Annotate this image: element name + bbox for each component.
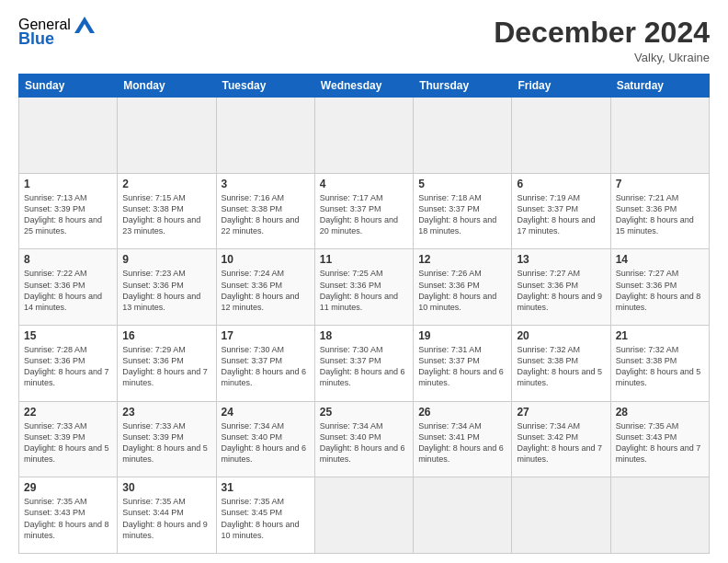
weekday-header-row: SundayMondayTuesdayWednesdayThursdayFrid…	[19, 75, 710, 98]
calendar-week-row	[19, 98, 710, 174]
calendar-cell: 7Sunrise: 7:21 AMSunset: 3:36 PMDaylight…	[610, 173, 709, 249]
calendar-week-row: 15Sunrise: 7:28 AMSunset: 3:36 PMDayligh…	[19, 326, 710, 402]
day-number: 9	[122, 253, 210, 266]
day-number: 2	[122, 178, 210, 190]
calendar-cell	[314, 477, 413, 554]
day-info: Sunrise: 7:32 AMSunset: 3:38 PMDaylight:…	[517, 344, 605, 389]
calendar-cell: 18Sunrise: 7:30 AMSunset: 3:37 PMDayligh…	[314, 326, 413, 402]
day-number: 8	[24, 253, 112, 266]
calendar-week-row: 1Sunrise: 7:13 AMSunset: 3:39 PMDaylight…	[19, 173, 710, 249]
day-number: 27	[517, 406, 605, 419]
calendar: SundayMondayTuesdayWednesdayThursdayFrid…	[18, 74, 710, 554]
day-number: 24	[222, 406, 310, 419]
day-info: Sunrise: 7:34 AMSunset: 3:41 PMDaylight:…	[418, 420, 506, 465]
day-number: 17	[222, 329, 310, 342]
day-number: 30	[122, 481, 210, 494]
day-number: 26	[418, 406, 506, 419]
calendar-cell: 12Sunrise: 7:26 AMSunset: 3:36 PMDayligh…	[414, 249, 512, 326]
calendar-week-row: 29Sunrise: 7:35 AMSunset: 3:43 PMDayligh…	[19, 477, 710, 554]
calendar-cell: 14Sunrise: 7:27 AMSunset: 3:36 PMDayligh…	[610, 249, 709, 326]
day-info: Sunrise: 7:25 AMSunset: 3:36 PMDaylight:…	[320, 268, 408, 313]
calendar-cell: 17Sunrise: 7:30 AMSunset: 3:37 PMDayligh…	[216, 326, 314, 402]
calendar-cell: 29Sunrise: 7:35 AMSunset: 3:43 PMDayligh…	[19, 477, 118, 554]
calendar-cell: 27Sunrise: 7:34 AMSunset: 3:42 PMDayligh…	[512, 401, 610, 477]
day-number: 13	[517, 253, 605, 266]
calendar-cell: 23Sunrise: 7:33 AMSunset: 3:39 PMDayligh…	[118, 401, 216, 477]
calendar-cell	[216, 98, 314, 174]
calendar-cell	[414, 477, 512, 554]
calendar-cell	[610, 98, 709, 174]
calendar-cell: 3Sunrise: 7:16 AMSunset: 3:38 PMDaylight…	[216, 173, 314, 249]
day-number: 31	[222, 481, 310, 494]
calendar-cell: 6Sunrise: 7:19 AMSunset: 3:37 PMDaylight…	[512, 173, 610, 249]
day-info: Sunrise: 7:15 AMSunset: 3:38 PMDaylight:…	[122, 192, 210, 237]
calendar-cell: 13Sunrise: 7:27 AMSunset: 3:36 PMDayligh…	[512, 249, 610, 326]
day-info: Sunrise: 7:26 AMSunset: 3:36 PMDaylight:…	[418, 268, 506, 313]
page: General Blue December 2024 Valky, Ukrain…	[0, 0, 728, 563]
calendar-cell: 2Sunrise: 7:15 AMSunset: 3:38 PMDaylight…	[118, 173, 216, 249]
calendar-cell: 30Sunrise: 7:35 AMSunset: 3:44 PMDayligh…	[118, 477, 216, 554]
day-info: Sunrise: 7:34 AMSunset: 3:42 PMDaylight:…	[517, 420, 605, 465]
calendar-cell: 24Sunrise: 7:34 AMSunset: 3:40 PMDayligh…	[216, 401, 314, 477]
day-info: Sunrise: 7:28 AMSunset: 3:36 PMDaylight:…	[24, 344, 112, 389]
calendar-cell: 4Sunrise: 7:17 AMSunset: 3:37 PMDaylight…	[314, 173, 413, 249]
weekday-header-friday: Friday	[512, 75, 610, 98]
day-info: Sunrise: 7:19 AMSunset: 3:37 PMDaylight:…	[517, 192, 605, 237]
calendar-cell	[512, 98, 610, 174]
day-number: 21	[616, 329, 704, 342]
calendar-cell: 20Sunrise: 7:32 AMSunset: 3:38 PMDayligh…	[512, 326, 610, 402]
day-info: Sunrise: 7:30 AMSunset: 3:37 PMDaylight:…	[222, 344, 310, 389]
day-info: Sunrise: 7:27 AMSunset: 3:36 PMDaylight:…	[616, 268, 704, 313]
calendar-table: SundayMondayTuesdayWednesdayThursdayFrid…	[18, 74, 710, 554]
day-number: 10	[222, 253, 310, 266]
day-number: 4	[320, 178, 408, 190]
month-title: December 2024	[494, 17, 710, 49]
day-number: 14	[616, 253, 704, 266]
weekday-header-wednesday: Wednesday	[314, 75, 413, 98]
calendar-cell: 10Sunrise: 7:24 AMSunset: 3:36 PMDayligh…	[216, 249, 314, 326]
calendar-cell	[512, 477, 610, 554]
calendar-cell: 16Sunrise: 7:29 AMSunset: 3:36 PMDayligh…	[118, 326, 216, 402]
calendar-cell	[414, 98, 512, 174]
day-info: Sunrise: 7:29 AMSunset: 3:36 PMDaylight:…	[122, 344, 210, 389]
weekday-header-monday: Monday	[118, 75, 216, 98]
day-number: 15	[24, 329, 112, 342]
day-info: Sunrise: 7:18 AMSunset: 3:37 PMDaylight:…	[418, 192, 506, 237]
day-info: Sunrise: 7:24 AMSunset: 3:36 PMDaylight:…	[222, 268, 310, 313]
day-info: Sunrise: 7:30 AMSunset: 3:37 PMDaylight:…	[320, 344, 408, 389]
day-number: 19	[418, 329, 506, 342]
calendar-cell: 11Sunrise: 7:25 AMSunset: 3:36 PMDayligh…	[314, 249, 413, 326]
weekday-header-tuesday: Tuesday	[216, 75, 314, 98]
day-number: 16	[122, 329, 210, 342]
weekday-header-saturday: Saturday	[610, 75, 709, 98]
calendar-cell: 1Sunrise: 7:13 AMSunset: 3:39 PMDaylight…	[19, 173, 118, 249]
day-info: Sunrise: 7:22 AMSunset: 3:36 PMDaylight:…	[24, 268, 112, 313]
day-number: 3	[222, 178, 310, 190]
day-info: Sunrise: 7:13 AMSunset: 3:39 PMDaylight:…	[24, 192, 112, 237]
day-number: 22	[24, 406, 112, 419]
day-info: Sunrise: 7:33 AMSunset: 3:39 PMDaylight:…	[24, 420, 112, 465]
calendar-week-row: 8Sunrise: 7:22 AMSunset: 3:36 PMDaylight…	[19, 249, 710, 326]
logo-icon	[74, 17, 95, 33]
day-info: Sunrise: 7:35 AMSunset: 3:43 PMDaylight:…	[24, 496, 112, 541]
day-number: 28	[616, 406, 704, 419]
day-info: Sunrise: 7:21 AMSunset: 3:36 PMDaylight:…	[616, 192, 704, 237]
day-number: 29	[24, 481, 112, 494]
calendar-cell	[118, 98, 216, 174]
logo-blue: Blue	[18, 29, 54, 49]
title-block: December 2024 Valky, Ukraine	[494, 17, 710, 64]
day-number: 25	[320, 406, 408, 419]
day-number: 20	[517, 329, 605, 342]
header: General Blue December 2024 Valky, Ukrain…	[18, 17, 710, 64]
day-number: 23	[122, 406, 210, 419]
calendar-cell: 8Sunrise: 7:22 AMSunset: 3:36 PMDaylight…	[19, 249, 118, 326]
calendar-week-row: 22Sunrise: 7:33 AMSunset: 3:39 PMDayligh…	[19, 401, 710, 477]
logo: General Blue	[18, 17, 95, 49]
day-info: Sunrise: 7:34 AMSunset: 3:40 PMDaylight:…	[222, 420, 310, 465]
day-number: 11	[320, 253, 408, 266]
calendar-cell: 26Sunrise: 7:34 AMSunset: 3:41 PMDayligh…	[414, 401, 512, 477]
calendar-cell: 31Sunrise: 7:35 AMSunset: 3:45 PMDayligh…	[216, 477, 314, 554]
weekday-header-thursday: Thursday	[414, 75, 512, 98]
day-number: 18	[320, 329, 408, 342]
calendar-cell: 28Sunrise: 7:35 AMSunset: 3:43 PMDayligh…	[610, 401, 709, 477]
